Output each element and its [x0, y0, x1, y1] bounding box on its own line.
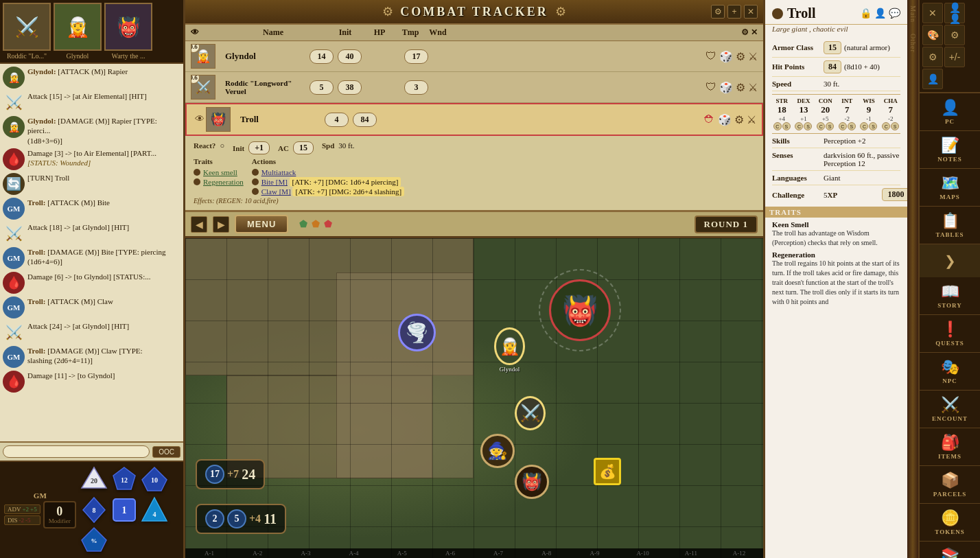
glyndol-gear-icon[interactable]: ⚙: [736, 50, 745, 63]
combatant-row-roddic[interactable]: ⚔️ 0.6 Roddic "Longword" Veruel 5 38 3 🛡…: [185, 72, 763, 103]
troll-gear-icon[interactable]: ⚙: [734, 113, 744, 126]
sidebar-tab-tables[interactable]: 📋 TABLES: [920, 207, 980, 244]
toolbar-btn-4[interactable]: ⚙: [944, 25, 965, 45]
glyndol-shield-icon[interactable]: 🛡: [705, 50, 716, 63]
menu-button[interactable]: MENU: [235, 215, 288, 233]
d4-blue-die[interactable]: 4: [141, 496, 168, 524]
toolbar-btn-7[interactable]: 👤: [922, 69, 943, 89]
int-check-btn[interactable]: C: [839, 122, 847, 130]
tracker-settings-btn[interactable]: ⚙: [711, 5, 725, 19]
int-save-btn[interactable]: S: [848, 122, 856, 130]
col-hp-header: HP: [362, 27, 397, 38]
troll-attack-bite-text[interactable]: Bite [M] [ATK: +7] [DMG: 1d6+4 piercing]: [261, 178, 401, 186]
roddic-gear-icon[interactable]: ⚙: [736, 81, 745, 94]
str-check-btn[interactable]: C: [773, 122, 782, 130]
troll-helmet-icon[interactable]: ⛑: [704, 113, 715, 126]
cha-check-btn[interactable]: C: [882, 122, 890, 130]
map-area[interactable]: 17 +7 24 2 5 +4 11 🌪️ 🧝: [185, 238, 763, 558]
token-air-elemental[interactable]: 🌪️: [398, 314, 436, 351]
chat-send-button[interactable]: OOC: [152, 446, 180, 458]
combatant-row-troll[interactable]: 👁 👹 Troll 4 84 ⛑ 🎲 ⚙ ⚔: [185, 103, 763, 136]
sidebar-tab-library[interactable]: 📚 LIBRARY: [920, 542, 980, 558]
token-warrior[interactable]: ⚔️: [515, 396, 546, 430]
token-troll[interactable]: 👹: [549, 279, 611, 341]
toolbar-btn-3[interactable]: 🎨: [922, 25, 943, 45]
dis-button[interactable]: DIS -2 -5: [4, 515, 40, 525]
troll-trait-regen-link[interactable]: Regeneration: [203, 178, 244, 186]
person-icon[interactable]: 👤: [874, 8, 886, 19]
toolbar-btn-1[interactable]: ✕: [922, 3, 943, 23]
hp-note: (8d10 + 40): [844, 62, 880, 71]
troll-action-multiattack-link[interactable]: Multiattack: [261, 168, 296, 176]
dice-tray: GM ADV +2 +5 DIS -2 -5: [0, 461, 183, 558]
log-text-2: Attack [15] -> [at Air Elemental] [HIT]: [27, 91, 180, 101]
log-name-8: Troll:: [27, 248, 45, 256]
dperc-blue-die[interactable]: %: [80, 526, 108, 554]
d12-blue-die[interactable]: 12: [110, 466, 138, 493]
combat-next-btn[interactable]: ▶: [213, 216, 229, 233]
token-warty[interactable]: 👹: [515, 465, 549, 499]
cha-save-btn[interactable]: S: [891, 122, 899, 130]
glyndol-sword-icon[interactable]: ⚔: [748, 50, 758, 63]
con-save-btn[interactable]: S: [826, 122, 834, 130]
dex-save-btn[interactable]: S: [804, 122, 812, 130]
sidebar-tab-quests[interactable]: ❗ QUESTS: [920, 315, 980, 352]
troll-vis-toggle[interactable]: 👁: [195, 114, 205, 125]
roll-total-11: 11: [264, 511, 277, 527]
portrait-roddic[interactable]: ⚔️ Roddic "Lo...": [3, 3, 51, 60]
toolbar-btn-6[interactable]: +/-: [944, 47, 965, 67]
str-name: STR: [776, 97, 789, 104]
sidebar-tab-items[interactable]: 🎒 ITEMS: [920, 428, 980, 465]
troll-react-radio[interactable]: ○: [220, 141, 224, 150]
roddic-dice-icon[interactable]: 🎲: [719, 81, 733, 94]
sidebar-tab-npc[interactable]: 🎭 NPC: [920, 353, 980, 390]
tracker-add-btn[interactable]: +: [727, 5, 741, 19]
expand-panel-button[interactable]: ❯: [920, 244, 980, 277]
portrait-warty[interactable]: 👹 Warty the ...: [104, 3, 152, 60]
con-check-btn[interactable]: C: [817, 122, 825, 130]
troll-claw-link[interactable]: Claw [M]: [261, 187, 291, 196]
toolbar-btn-2[interactable]: 👤👤: [944, 3, 965, 23]
col-tmp-header: Tmp: [397, 27, 424, 38]
troll-bite-link[interactable]: Bite [M]: [261, 178, 288, 186]
d20-white-die[interactable]: 20: [80, 466, 108, 493]
wis-save-btn[interactable]: S: [869, 122, 877, 130]
str-save-btn[interactable]: S: [782, 122, 791, 130]
troll-trait-keen-link[interactable]: Keen smell: [203, 168, 237, 176]
regen-desc: The troll regains 10 hit points at the s…: [772, 259, 900, 307]
d10-blue-die[interactable]: 10: [141, 466, 168, 493]
dex-check-btn[interactable]: C: [795, 122, 803, 130]
cha-name: CHA: [884, 97, 898, 104]
sidebar-tab-encount[interactable]: ⚔️ ENCOUNT: [920, 391, 980, 428]
roddic-sword-icon[interactable]: ⚔: [748, 81, 758, 94]
sidebar-tab-notes[interactable]: 📝 NOTES: [920, 131, 980, 168]
tracker-close-btn[interactable]: ✕: [744, 5, 758, 19]
ac-value: 15: [824, 41, 841, 54]
troll-dice-icon[interactable]: 🎲: [718, 113, 732, 126]
sidebar-tab-maps[interactable]: 🗺️ MAPS: [920, 169, 980, 206]
chat-input[interactable]: [3, 445, 150, 458]
sidebar-tab-story[interactable]: 📖 STORY: [920, 277, 980, 314]
log-text-5: [TURN] Troll: [27, 173, 180, 183]
token-ranger[interactable]: 🧙: [480, 434, 515, 468]
adv-button[interactable]: ADV +2 +5: [4, 504, 40, 514]
troll-attack-claw-text[interactable]: Claw [M] [ATK: +7] [DMG: 2d6+4 slashing]: [261, 187, 405, 196]
token-glyndol[interactable]: 🧝 Glyndol: [494, 327, 525, 373]
combat-prev-btn[interactable]: ◀: [191, 216, 207, 233]
roddic-shield-icon[interactable]: 🛡: [705, 81, 716, 94]
portrait-glyndol[interactable]: 🧝 Glyndol: [54, 3, 102, 60]
toolbar-btn-5[interactable]: ⚙: [922, 47, 943, 67]
lock-icon[interactable]: 🔒: [860, 8, 872, 19]
troll-sword-icon[interactable]: ⚔: [747, 113, 756, 126]
npc-label: NPC: [942, 377, 957, 384]
d8-blue-die[interactable]: 8: [80, 496, 108, 524]
d6-blue-die[interactable]: 1: [110, 496, 138, 524]
chat-icon[interactable]: 💬: [889, 8, 900, 19]
wis-check-btn[interactable]: C: [860, 122, 868, 130]
sidebar-tab-parcels[interactable]: 📦 PARCELS: [920, 466, 980, 503]
token-gold[interactable]: 💰: [594, 458, 621, 485]
combatant-row-glyndol[interactable]: 🧝 0.6 Glyndol 14 40 17 🛡 🎲 ⚙ ⚔: [185, 41, 763, 72]
glyndol-dice-icon[interactable]: 🎲: [719, 50, 733, 63]
sidebar-tab-tokens[interactable]: 🪙 TOKENS: [920, 504, 980, 541]
sidebar-tab-pc[interactable]: 👤 PC: [920, 93, 980, 130]
